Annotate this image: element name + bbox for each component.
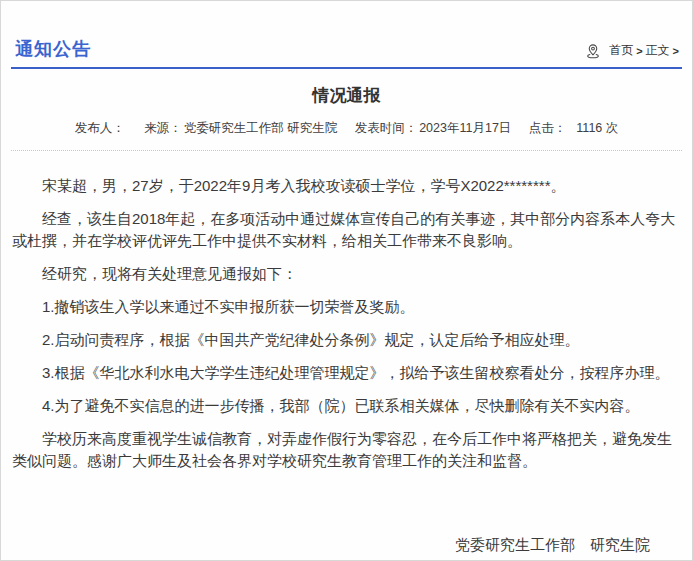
meta-publish-time-label: 发表时间：	[355, 121, 418, 135]
body-paragraph: 学校历来高度重视学生诚信教育，对弄虚作假行为零容忍，在今后工作中将严格把关，避免…	[12, 428, 680, 472]
meta-clicks-value: 1116 次	[576, 121, 618, 135]
location-pin-icon	[585, 43, 601, 59]
article-body: 宋某超，男，27岁，于2022年9月考入我校攻读硕士学位，学号X2022****…	[1, 151, 692, 561]
article-meta: 发布人： 来源：党委研究生工作部 研究生院 发表时间：2023年11月17日 点…	[1, 120, 692, 137]
meta-clicks-label: 点击：	[529, 121, 567, 135]
body-paragraph: 4.为了避免不实信息的进一步传播，我部（院）已联系相关媒体，尽快删除有关不实内容…	[12, 395, 680, 417]
body-paragraph: 经查，该生自2018年起，在多项活动中通过媒体宣传自己的有关事迹，其中部分内容系…	[12, 208, 680, 252]
body-paragraph: 1.撤销该生入学以来通过不实申报所获一切荣誉及奖励。	[12, 296, 680, 318]
meta-source: 来源：党委研究生工作部 研究生院	[144, 121, 340, 135]
body-paragraph: 3.根据《华北水利水电大学学生违纪处理管理规定》，拟给予该生留校察看处分，按程序…	[12, 362, 680, 384]
breadcrumb-separator: >	[636, 45, 642, 57]
meta-source-label: 来源：	[144, 121, 182, 135]
meta-publish-time-value: 2023年11月17日	[419, 121, 511, 135]
signature-block: 党委研究生工作部 研究生院 2023年11月17日	[12, 536, 680, 561]
meta-publisher-label: 发布人：	[75, 121, 125, 135]
body-paragraph: 经研究，现将有关处理意见通报如下：	[12, 263, 680, 285]
signature-department: 党委研究生工作部 研究生院	[12, 536, 650, 555]
body-paragraph: 宋某超，男，27岁，于2022年9月考入我校攻读硕士学位，学号X2022****…	[12, 175, 680, 197]
header-divider	[11, 67, 682, 69]
article-title: 情况通报	[1, 84, 692, 107]
meta-publisher: 发布人：	[75, 121, 130, 135]
meta-source-value: 党委研究生工作部 研究生院	[184, 121, 337, 135]
body-paragraph: 2.启动问责程序，根据《中国共产党纪律处分条例》规定，认定后给予相应处理。	[12, 329, 680, 351]
section-title: 通知公告	[15, 37, 91, 61]
breadcrumb-separator: >	[673, 45, 679, 57]
meta-publish-time: 发表时间：2023年11月17日	[355, 121, 515, 135]
notice-page: 通知公告 首页 > 正文 > 情况通报 发布人： 来源：党委研究生工作部 研究生…	[0, 0, 693, 561]
meta-clicks: 点击：1116 次	[529, 121, 618, 135]
page-header: 通知公告 首页 > 正文 >	[1, 1, 692, 61]
breadcrumb: 首页 > 正文 >	[585, 42, 682, 61]
breadcrumb-item-home[interactable]: 首页	[609, 42, 633, 59]
breadcrumb-item-current[interactable]: 正文	[646, 42, 670, 59]
